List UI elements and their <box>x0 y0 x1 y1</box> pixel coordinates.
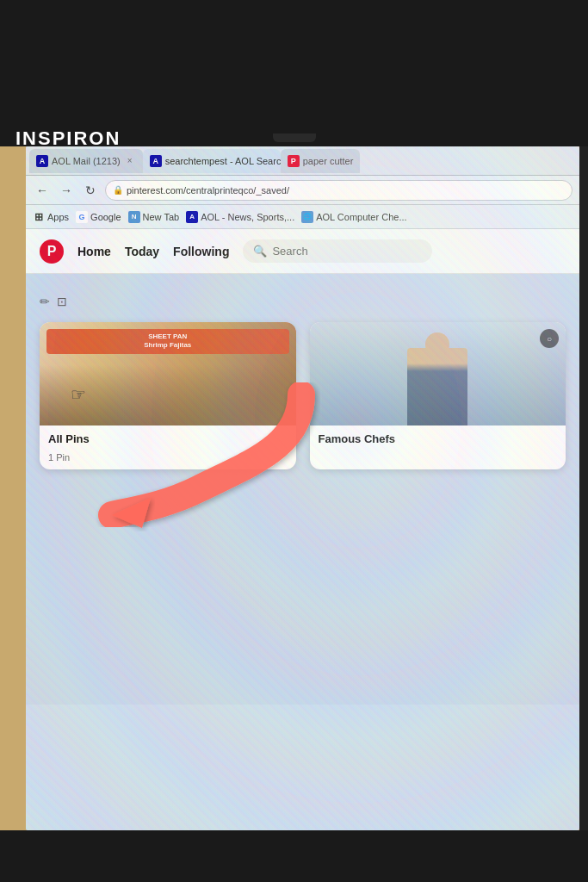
apps-grid-icon: ⊞ <box>33 211 45 223</box>
bookmark-newtab-label: New Tab <box>143 212 180 222</box>
laptop-camera <box>273 134 316 142</box>
search-icon: 🔍 <box>253 245 267 258</box>
nav-following[interactable]: Following <box>173 245 229 258</box>
edit-area: ✏ ⊡ <box>40 288 566 308</box>
browser-chrome: A AOL Mail (1213) × A searchtempest - AO… <box>26 146 579 274</box>
more-options-icon[interactable]: ⊡ <box>57 295 67 308</box>
newtab-icon: N <box>128 211 140 223</box>
address-bar-row: ← → ↻ 🔒 pinterest.com/centralprinteqco/_… <box>26 176 579 205</box>
address-bar[interactable]: 🔒 pinterest.com/centralprinteqco/_saved/ <box>105 180 573 201</box>
nav-today[interactable]: Today <box>125 245 159 258</box>
refresh-icon: ↻ <box>85 183 96 197</box>
shrimp-fajitas-label: SHEET PANShrimp Fajitas <box>46 329 289 354</box>
pin-grid: SHEET PANShrimp Fajitas All Pins 1 Pin ○… <box>40 322 566 469</box>
search-placeholder-text: Search <box>272 245 307 258</box>
back-icon: ← <box>36 183 48 197</box>
globe-icon: 🌐 <box>301 211 313 223</box>
bookmark-apps[interactable]: ⊞ Apps <box>33 211 69 223</box>
bookmark-aol-computer-label: AOL Computer Che... <box>316 212 406 222</box>
bookmark-newtab[interactable]: N New Tab <box>128 211 180 223</box>
pinterest-logo[interactable]: P <box>40 239 64 264</box>
svg-marker-0 <box>112 498 151 528</box>
bookmark-aol-news[interactable]: A AOL - News, Sports,... <box>186 211 294 223</box>
chef-head <box>425 332 449 357</box>
pinterest-main-content: ☞ ✏ ⊡ SHEET PANShrimp Fajitas All Pins 1… <box>26 274 579 705</box>
refresh-button[interactable]: ↻ <box>81 181 100 200</box>
famous-chefs-title: Famous Chefs <box>310 425 566 452</box>
tab-aol-mail[interactable]: A AOL Mail (1213) × <box>29 149 143 173</box>
bookmark-aol-computer[interactable]: 🌐 AOL Computer Che... <box>301 211 406 223</box>
laptop-right-frame <box>579 146 588 830</box>
laptop-bottom-bezel <box>0 830 588 882</box>
chef-figure <box>407 348 467 425</box>
mouse-cursor: ☞ <box>71 386 86 403</box>
aol-news-icon: A <box>186 211 198 223</box>
back-button[interactable]: ← <box>33 181 52 200</box>
aol-mail-tab-icon: A <box>36 155 48 167</box>
bookmark-google-label: Google <box>90 212 121 222</box>
tab-pinterest-label: paper cutter <box>303 156 354 166</box>
bookmark-google[interactable]: G Google <box>76 211 121 223</box>
screen: A AOL Mail (1213) × A searchtempest - AO… <box>26 146 579 830</box>
bookmark-apps-label: Apps <box>47 212 69 222</box>
tab-aol-search-label: searchtempest - AOL Search R... <box>165 156 281 166</box>
all-pins-image: SHEET PANShrimp Fajitas <box>40 322 296 425</box>
aol-search-tab-icon: A <box>150 155 162 167</box>
bookmarks-bar: ⊞ Apps G Google N New Tab A AOL - News, … <box>26 205 579 229</box>
famous-chefs-image: ○ <box>310 322 566 425</box>
pinterest-tab-icon: P <box>288 155 300 167</box>
forward-icon: → <box>60 183 72 197</box>
tab-bar: A AOL Mail (1213) × A searchtempest - AO… <box>26 146 579 176</box>
edit-icon[interactable]: ✏ <box>40 295 50 308</box>
bookmark-aol-news-label: AOL - News, Sports,... <box>201 212 294 222</box>
tab-aol-mail-label: AOL Mail (1213) <box>52 156 121 166</box>
all-pins-count: 1 Pin <box>40 452 296 469</box>
forward-button[interactable]: → <box>57 181 76 200</box>
pinterest-nav: P Home Today Following 🔍 Search <box>26 229 579 274</box>
chef-avatar-icon: ○ <box>540 329 559 348</box>
laptop-top-bezel <box>0 0 588 146</box>
google-icon: G <box>76 211 88 223</box>
pin-card-famous-chefs[interactable]: ○ Famous Chefs <box>310 322 566 469</box>
lock-icon: 🔒 <box>113 185 123 195</box>
tab-aol-search[interactable]: A searchtempest - AOL Search R... × <box>143 149 281 173</box>
all-pins-title: All Pins <box>40 425 296 452</box>
pinterest-search-bar[interactable]: 🔍 Search <box>243 239 432 263</box>
nav-home[interactable]: Home <box>77 245 111 258</box>
tab-aol-mail-close[interactable]: × <box>124 155 136 167</box>
address-text: pinterest.com/centralprinteqco/_saved/ <box>127 185 289 196</box>
tab-pinterest[interactable]: P paper cutter <box>281 149 361 173</box>
